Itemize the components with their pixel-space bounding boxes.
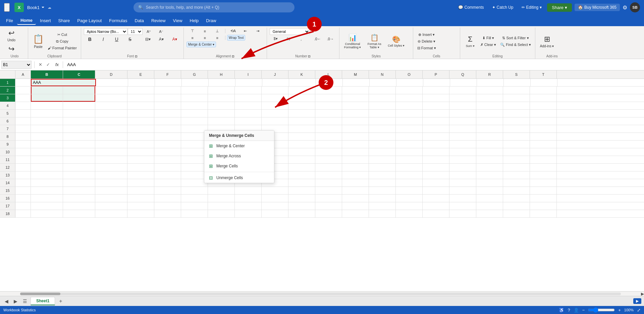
cell-t6[interactable]	[530, 117, 557, 125]
cell-o18[interactable]	[396, 210, 423, 217]
cell-j6[interactable]	[262, 117, 288, 125]
menu-insert[interactable]: Insert	[37, 17, 54, 24]
cell-k5[interactable]	[288, 110, 315, 117]
cell-o3[interactable]	[396, 94, 423, 102]
col-header-j[interactable]: J	[262, 70, 288, 78]
add-sheet-button[interactable]: +	[56, 297, 65, 306]
cell-r10[interactable]	[476, 148, 503, 156]
font-launcher[interactable]: ⊡	[135, 55, 138, 58]
cell-d10[interactable]	[95, 148, 127, 156]
cell-q3[interactable]	[449, 94, 476, 102]
cell-t1[interactable]	[531, 79, 557, 86]
cell-k3[interactable]	[288, 94, 315, 102]
cell-c11[interactable]	[63, 156, 95, 163]
cell-i6[interactable]	[235, 117, 262, 125]
cell-o17[interactable]	[396, 202, 423, 210]
cell-g2[interactable]	[181, 87, 208, 94]
cell-t2[interactable]	[530, 87, 557, 94]
cell-s6[interactable]	[503, 117, 530, 125]
cell-o1[interactable]	[396, 79, 423, 86]
font-size-select[interactable]: 11	[128, 28, 143, 35]
cell-r18[interactable]	[476, 210, 503, 217]
col-header-t[interactable]: T	[530, 70, 557, 78]
cell-c3[interactable]	[63, 94, 95, 102]
cell-n10[interactable]	[369, 148, 396, 156]
cell-e1[interactable]	[128, 79, 155, 86]
sheet-right-scroll[interactable]: ▶	[633, 298, 641, 304]
search-bar[interactable]: 🔍 Search for tools, help, and more (Alt …	[133, 2, 294, 12]
cell-s7[interactable]	[503, 125, 530, 133]
cell-o2[interactable]	[396, 87, 423, 94]
cell-f1[interactable]	[155, 79, 182, 86]
format-as-table-button[interactable]: 📋 Format AsTable ▾	[364, 33, 384, 50]
cell-q16[interactable]	[449, 195, 476, 202]
cell-f17[interactable]	[154, 202, 181, 210]
font-name-select[interactable]: Aptos Narrow (Bo...	[84, 28, 127, 35]
align-center-button[interactable]: ≡	[199, 35, 211, 41]
cell-m14[interactable]	[342, 179, 369, 187]
cell-n1[interactable]	[370, 79, 396, 86]
cell-j16[interactable]	[262, 195, 288, 202]
cell-a10[interactable]	[15, 148, 31, 156]
cell-f5[interactable]	[154, 110, 181, 117]
cell-p2[interactable]	[423, 87, 449, 94]
cell-h4[interactable]	[208, 102, 235, 109]
cell-s11[interactable]	[503, 156, 530, 163]
cell-c13[interactable]	[63, 171, 95, 179]
number-launcher[interactable]: ⊡	[308, 55, 311, 58]
cell-g1[interactable]	[182, 79, 209, 86]
cell-a1[interactable]	[15, 79, 31, 86]
cell-a18[interactable]	[15, 210, 31, 217]
delete-button[interactable]: ⊖ Delete ▾	[416, 39, 437, 44]
cell-t12[interactable]	[530, 164, 557, 171]
cell-i18[interactable]	[235, 210, 262, 217]
merge-center-option[interactable]: ⊞ Merge & Center	[204, 141, 274, 151]
cell-r14[interactable]	[476, 179, 503, 187]
cell-r2[interactable]	[476, 87, 503, 94]
unmerge-cells-option[interactable]: ⊟ Unmerge Cells	[204, 173, 274, 183]
cell-f18[interactable]	[154, 210, 181, 217]
cell-c9[interactable]	[63, 141, 95, 148]
cell-n6[interactable]	[369, 117, 396, 125]
cell-a15[interactable]	[15, 187, 31, 194]
cell-q9[interactable]	[449, 141, 476, 148]
sheet-tab-sheet1[interactable]: Sheet1	[31, 297, 55, 305]
cell-b13[interactable]	[31, 171, 63, 179]
cell-r11[interactable]	[476, 156, 503, 163]
cell-c17[interactable]	[63, 202, 95, 210]
cell-s17[interactable]	[503, 202, 530, 210]
cell-e3[interactable]	[127, 94, 154, 102]
cell-c12[interactable]	[63, 164, 95, 171]
cell-b10[interactable]	[31, 148, 63, 156]
cell-r8[interactable]	[476, 133, 503, 140]
cell-n3[interactable]	[369, 94, 396, 102]
col-header-s[interactable]: S	[503, 70, 530, 78]
cell-h5[interactable]	[208, 110, 235, 117]
cell-k4[interactable]	[288, 102, 315, 109]
clear-button[interactable]: ✗ Clear ▾	[479, 42, 497, 48]
cell-i15[interactable]	[235, 187, 262, 194]
cell-q13[interactable]	[449, 171, 476, 179]
cell-t14[interactable]	[530, 179, 557, 187]
cell-l12[interactable]	[315, 164, 342, 171]
border-button[interactable]: ⊟▾	[142, 36, 154, 42]
cell-a14[interactable]	[15, 179, 31, 187]
cell-l8[interactable]	[315, 133, 342, 140]
col-header-i[interactable]: I	[235, 70, 262, 78]
cell-q7[interactable]	[449, 125, 476, 133]
col-header-e[interactable]: E	[127, 70, 154, 78]
cell-a16[interactable]	[15, 195, 31, 202]
cell-name-box[interactable]: B1	[1, 61, 32, 69]
cell-i17[interactable]	[235, 202, 262, 210]
cell-b2[interactable]	[31, 87, 63, 94]
cell-t9[interactable]	[530, 141, 557, 148]
cell-m13[interactable]	[342, 171, 369, 179]
cell-n8[interactable]	[369, 133, 396, 140]
cell-f6[interactable]	[154, 117, 181, 125]
row-header-14[interactable]: 14	[0, 179, 15, 187]
col-header-a[interactable]: A	[15, 70, 31, 78]
cell-c18[interactable]	[63, 210, 95, 217]
waffle-menu-button[interactable]: ⣿	[4, 3, 10, 12]
horizontal-scrollbar[interactable]: ▶	[0, 291, 644, 296]
cell-s4[interactable]	[503, 102, 530, 109]
